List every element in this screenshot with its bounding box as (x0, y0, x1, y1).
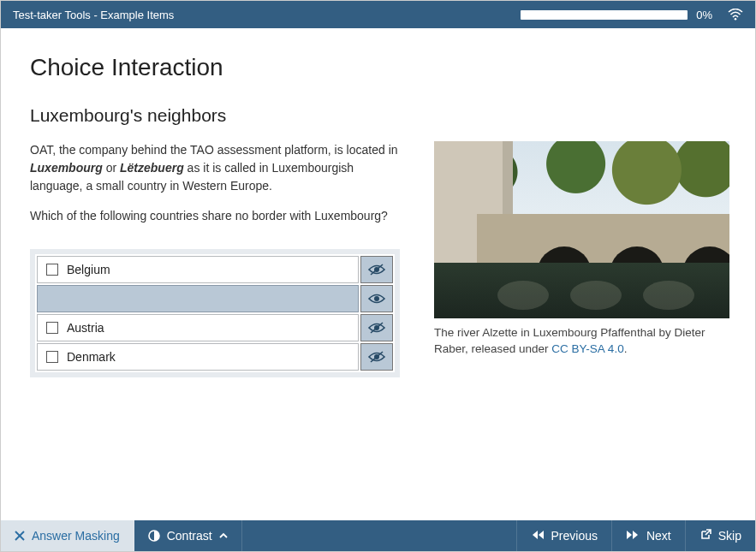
choice-label: Belgium (67, 263, 110, 276)
page-subtitle: Luxembourg's neighbors (30, 105, 726, 126)
skip-label: Skip (718, 529, 741, 543)
choice-row (37, 285, 393, 312)
choice-row: Belgium (37, 256, 393, 283)
previous-label: Previous (551, 529, 598, 543)
choice-option-belgium[interactable]: Belgium (37, 256, 359, 283)
mask-toggle-button[interactable] (360, 285, 393, 312)
intro-text: OAT, the company behind the TAO assessme… (30, 141, 400, 195)
checkbox-icon[interactable] (46, 264, 58, 276)
forward-icon (626, 529, 640, 543)
checkbox-icon[interactable] (46, 351, 58, 363)
mask-toggle-button[interactable] (360, 256, 393, 283)
choice-label: Denmark (67, 350, 116, 364)
contrast-button[interactable]: Contrast (134, 520, 242, 551)
choice-list: Belgium (30, 249, 400, 377)
choice-row: Denmark (37, 343, 393, 371)
svg-point-0 (735, 18, 737, 21)
previous-button[interactable]: Previous (516, 520, 611, 551)
choice-label: Austria (67, 321, 104, 335)
skip-button[interactable]: Skip (685, 520, 755, 551)
external-link-icon (699, 529, 711, 543)
mask-toggle-button[interactable] (360, 314, 393, 341)
intro-mid: or (103, 161, 120, 175)
intro-em-luxembourg: Luxembourg (30, 161, 103, 175)
question-text: Which of the following countries share n… (30, 207, 400, 225)
wifi-icon (728, 9, 743, 21)
choice-option-denmark[interactable]: Denmark (37, 343, 359, 371)
answer-masking-label: Answer Masking (32, 529, 120, 543)
contrast-label: Contrast (167, 529, 212, 543)
intro-em-letzebuerg: Lëtzebuerg (120, 161, 184, 175)
top-bar: Test-taker Tools - Example Items 0% (1, 1, 755, 28)
caption-post: . (624, 342, 628, 355)
chevron-up-icon (219, 532, 228, 539)
close-icon (15, 531, 25, 541)
main-content: Choice Interaction Luxembourg's neighbor… (1, 28, 755, 520)
progress-percent: 0% (696, 9, 712, 21)
svg-point-3 (374, 296, 379, 301)
choice-option-masked[interactable] (37, 285, 359, 312)
figure-image (434, 141, 729, 318)
answer-masking-button[interactable]: Answer Masking (1, 520, 134, 551)
mask-toggle-button[interactable] (360, 343, 393, 371)
progress-bar (521, 10, 688, 20)
checkbox-icon[interactable] (46, 322, 58, 334)
bottom-toolbar: Answer Masking Contrast Previous Next (1, 520, 755, 551)
next-button[interactable]: Next (611, 520, 685, 551)
figure-caption: The river Alzette in Luxembourg Pfaffent… (434, 325, 729, 358)
next-label: Next (646, 529, 671, 543)
contrast-icon (148, 530, 160, 542)
rewind-icon (531, 529, 545, 543)
test-title: Test-taker Tools - Example Items (13, 9, 521, 21)
choice-row: Austria (37, 314, 393, 341)
figure: The river Alzette in Luxembourg Pfaffent… (434, 141, 729, 358)
choice-option-austria[interactable]: Austria (37, 314, 359, 341)
license-link[interactable]: CC BY-SA 4.0 (551, 342, 623, 355)
intro-pre: OAT, the company behind the TAO assessme… (30, 143, 398, 157)
page-title: Choice Interaction (30, 54, 726, 81)
